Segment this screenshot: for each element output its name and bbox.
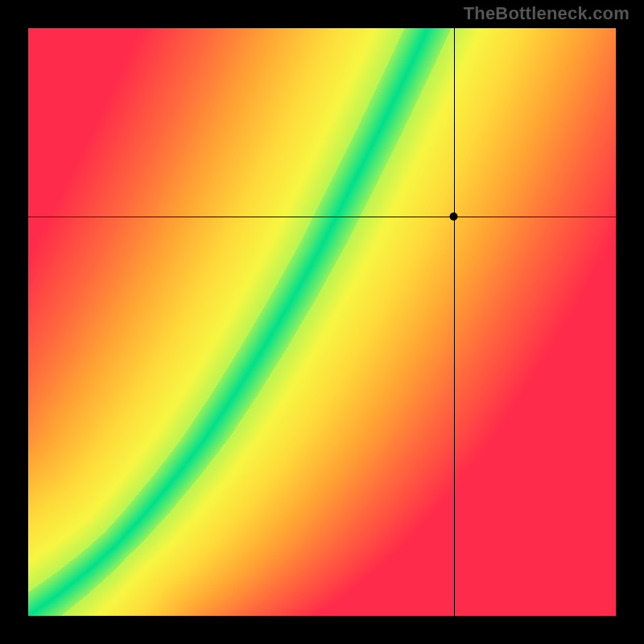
chart-container: TheBottleneck.com: [0, 0, 644, 644]
heatmap-canvas: [0, 0, 644, 644]
watermark-text: TheBottleneck.com: [464, 3, 630, 24]
